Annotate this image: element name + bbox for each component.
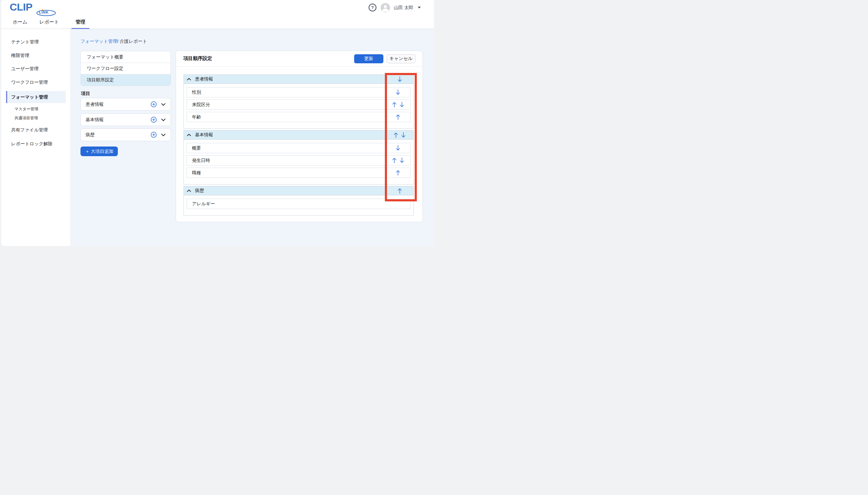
order-row: 発生日時: [187, 155, 411, 166]
move-up-button[interactable]: [398, 188, 402, 194]
sidebar-item-common-field[interactable]: 共通項目管理: [15, 116, 38, 121]
order-row-label: 発生日時: [187, 158, 210, 164]
order-row-label: 年齢: [187, 114, 201, 120]
move-down-button[interactable]: [396, 145, 400, 151]
tab-admin[interactable]: 管理: [76, 15, 85, 29]
order-group-header[interactable]: 患者情報: [184, 75, 414, 84]
reorder-cell: [385, 112, 411, 122]
format-tab-overview[interactable]: フォーマット概要: [81, 51, 171, 63]
person-icon: [381, 3, 390, 12]
cancel-button[interactable]: キャンセル: [387, 54, 415, 63]
panel-title: 項目順序設定: [183, 55, 212, 62]
reorder-cell: [385, 143, 411, 153]
plus-circle-icon[interactable]: [151, 117, 157, 123]
logo-text-sub: LiNK: [39, 10, 49, 15]
breadcrumb-link-format[interactable]: フォーマット管理: [81, 39, 117, 44]
items-section-title: 項目: [81, 91, 90, 97]
order-group-label: 基本情報: [195, 132, 213, 138]
format-tab-item-order[interactable]: 項目順序設定: [81, 74, 171, 86]
order-group: 基本情報 概要 発生日時 職種: [184, 130, 414, 185]
chevron-up-icon[interactable]: [187, 134, 191, 136]
order-group-header[interactable]: 基本情報: [184, 131, 414, 140]
move-down-button[interactable]: [400, 157, 404, 164]
order-row: アレルギー: [187, 199, 411, 209]
reorder-cell: [386, 131, 414, 139]
order-row: 職種: [187, 168, 411, 178]
chevron-up-icon[interactable]: [187, 190, 191, 192]
reorder-cell: [386, 186, 414, 195]
sidebar-item-format-active[interactable]: フォーマット管理: [6, 91, 66, 103]
item-card-label: 患者情報: [86, 102, 104, 107]
breadcrumb-separator: /: [117, 39, 120, 44]
order-group-label: 患者情報: [195, 76, 213, 82]
item-card-label: 基本情報: [86, 117, 104, 123]
tab-report[interactable]: レポート: [39, 15, 59, 29]
update-button[interactable]: 更新: [354, 54, 383, 63]
reorder-cell: [386, 75, 414, 84]
format-tab-workflow[interactable]: ワークフロー設定: [81, 63, 171, 74]
help-icon[interactable]: ?: [368, 3, 377, 12]
order-group-body: アレルギー: [184, 195, 414, 215]
order-row-label: 職種: [187, 170, 201, 176]
chevron-down-icon[interactable]: [161, 134, 166, 136]
top-bar: CLIP LiNK ? 山田 太郎 ホーム レポート 管理: [1, 0, 434, 29]
sidebar-item-tenant[interactable]: テナント管理: [11, 39, 39, 45]
order-group: 患者情報 性別 来院区分 年齢: [184, 74, 414, 129]
sidebar-item-workflow[interactable]: ワークフロー管理: [11, 80, 48, 85]
item-order-panel: 項目順序設定 更新 キャンセル 患者情報 性別 来院区分 年齢 基本情報: [176, 51, 423, 222]
move-up-button[interactable]: [392, 102, 397, 108]
move-up-button[interactable]: [394, 132, 398, 138]
item-order-panel-header: 項目順序設定 更新 キャンセル: [176, 51, 422, 67]
plus-circle-icon[interactable]: [151, 101, 157, 107]
sidebar-item-user[interactable]: ユーザー管理: [11, 66, 39, 72]
caret-down-icon[interactable]: [418, 7, 421, 8]
item-card-medical-history[interactable]: 病歴: [81, 129, 171, 141]
main-nav-tabs: ホーム レポート 管理: [1, 15, 85, 29]
order-group-label: 病歴: [195, 188, 204, 193]
reorder-cell: [385, 168, 411, 177]
order-groups-list: 患者情報 性別 来院区分 年齢 基本情報 概要 発生日時 職種: [184, 74, 414, 217]
sidebar-item-report-unlock[interactable]: レポートロック解除: [11, 141, 52, 147]
item-card-basic-info[interactable]: 基本情報: [81, 113, 171, 126]
item-card-patient-info[interactable]: 患者情報: [81, 98, 171, 110]
format-tab-label: フォーマット概要: [87, 54, 124, 60]
user-name[interactable]: 山田 太郎: [394, 5, 413, 11]
plus-circle-icon[interactable]: [151, 132, 157, 138]
svg-text:?: ?: [371, 5, 374, 10]
item-card-label: 病歴: [86, 132, 94, 138]
breadcrumb-current: 介護レポート: [120, 39, 147, 44]
sidebar-item-label: フォーマット管理: [11, 95, 48, 100]
chevron-down-icon[interactable]: [161, 103, 166, 106]
app-window: CLIP LiNK ? 山田 太郎 ホーム レポート 管理: [1, 0, 434, 246]
sidebar-item-master[interactable]: マスター管理: [15, 106, 38, 112]
order-row: 性別: [187, 87, 411, 97]
topbar-right-cluster: ? 山田 太郎: [368, 0, 421, 15]
move-down-button[interactable]: [400, 102, 404, 108]
format-tab-label: 項目順序設定: [87, 77, 114, 83]
sidebar-item-permission[interactable]: 権限管理: [11, 53, 29, 58]
format-tab-label: ワークフロー設定: [87, 66, 123, 71]
order-row-label: 来院区分: [187, 102, 210, 108]
user-avatar[interactable]: [381, 3, 390, 12]
format-tab-card: フォーマット概要 ワークフロー設定 項目順序設定: [81, 51, 171, 86]
reorder-cell: [385, 199, 411, 209]
order-group-header[interactable]: 病歴: [184, 186, 414, 195]
chevron-up-icon[interactable]: [187, 78, 191, 81]
logo-text-main: CLIP: [10, 1, 32, 13]
order-row: 年齢: [187, 112, 411, 122]
tab-home[interactable]: ホーム: [13, 15, 28, 29]
sidebar-item-shared-files[interactable]: 共有ファイル管理: [11, 127, 48, 133]
move-up-button[interactable]: [396, 170, 400, 176]
move-up-button[interactable]: [396, 114, 400, 120]
move-down-button[interactable]: [398, 76, 402, 82]
admin-sidebar: テナント管理 権限管理 ユーザー管理 ワークフロー管理 フォーマット管理 マスタ…: [1, 29, 71, 246]
move-up-button[interactable]: [392, 157, 397, 164]
add-major-item-button[interactable]: ＋ 大項目追加: [81, 147, 118, 156]
move-down-button[interactable]: [401, 132, 406, 138]
order-row-label: アレルギー: [187, 201, 215, 207]
order-group-body: 性別 来院区分 年齢: [184, 84, 414, 129]
chevron-down-icon[interactable]: [161, 118, 166, 121]
move-down-button[interactable]: [396, 89, 400, 95]
breadcrumb: フォーマット管理/ 介護レポート: [81, 39, 147, 44]
order-group: 病歴 アレルギー: [184, 186, 414, 216]
